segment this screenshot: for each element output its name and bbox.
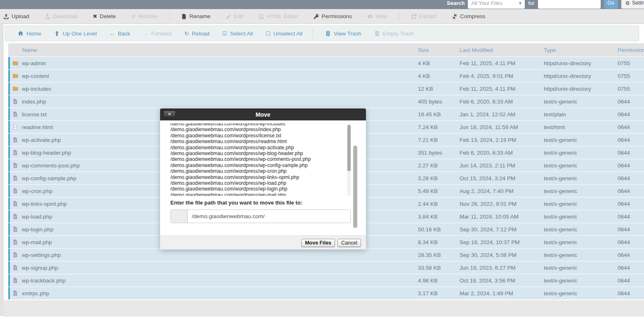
compress-button[interactable]: Compress <box>452 13 486 19</box>
item-label: Forward <box>151 31 172 37</box>
file-perms-cell: 0644 <box>618 188 644 194</box>
column-header-type[interactable]: Type <box>544 47 618 53</box>
move-dialog-body: /demo.giaodienwebmau.com/wordpress/wp-in… <box>160 120 366 235</box>
reload-button[interactable]: ↻Reload <box>184 31 210 37</box>
pencil-icon <box>226 14 231 19</box>
file-modified-cell: Feb 4, 2025, 9:01 PM <box>460 73 544 79</box>
up-one-level-button[interactable]: Up One Level <box>54 31 97 37</box>
file-name-cell: wp-signup.php <box>10 265 418 271</box>
file-perms-cell: 0644 <box>618 162 644 169</box>
settings-button[interactable]: ⚙ Settings <box>621 0 644 9</box>
dialog-path-item: /demo.giaodienwebmau.com/wordpress/wp-in… <box>170 123 345 127</box>
column-header-size[interactable]: Size <box>418 47 460 53</box>
search-for-label: for <box>528 0 534 6</box>
table-row[interactable]: wp-includes12 KBFeb 11, 2025, 4:11 PMhtt… <box>8 82 644 95</box>
file-modified-cell: Feb 11, 2025, 4:11 PM <box>460 60 544 66</box>
file-modified-cell: Jun 14, 2023, 2:11 PM <box>460 162 544 169</box>
close-dialog-button[interactable]: ✕ <box>163 111 176 118</box>
file-size-cell: 7.21 KB <box>418 137 460 143</box>
item-label: Empty Trash <box>383 31 414 37</box>
folder-icon <box>12 86 18 92</box>
action-toolbar: UploadDownload✖Delete↺RestoreRenameEditH… <box>0 9 644 24</box>
move-files-button[interactable]: Move Files <box>301 239 335 247</box>
file-type-cell: text/x-generic <box>544 175 618 181</box>
upload-button[interactable]: Upload <box>3 13 29 19</box>
move-dialog: ✕ Move /demo.giaodienwebmau.com/wordpres… <box>160 108 366 249</box>
file-modified-cell: Feb 6, 2020, 6:33 AM <box>460 99 544 105</box>
destination-path-input[interactable] <box>188 210 350 223</box>
column-header-permissions[interactable]: Permissions <box>618 47 644 53</box>
close-icon: ✕ <box>168 112 171 116</box>
search-input[interactable] <box>538 0 601 9</box>
table-footer-area <box>4 300 644 317</box>
file-doc-icon <box>12 226 18 232</box>
file-name-cell: wp-settings.php <box>10 252 418 258</box>
file-doc-icon <box>12 201 18 207</box>
table-row[interactable]: wp-admin4 KBFeb 11, 2025, 4:11 PMhttpd/u… <box>8 57 644 69</box>
search-go-button[interactable]: Go <box>604 0 618 9</box>
item-label: Rename <box>189 13 210 19</box>
html-file-icon <box>12 124 18 130</box>
file-type-cell: text/x-generic <box>544 252 618 258</box>
destination-input-group <box>170 209 351 223</box>
delete-icon: ✖ <box>93 14 97 19</box>
file-modified-cell: Sep 18, 2024, 10:37 PM <box>460 239 544 245</box>
list-scrollbar-thumb[interactable] <box>347 125 351 171</box>
view-trash-button[interactable]: View Trash <box>325 31 361 37</box>
table-row[interactable]: xmlrpc.php3.17 KBMar 2, 2024, 1:49 PMtex… <box>8 287 644 299</box>
table-row[interactable]: wp-content4 KBFeb 4, 2025, 9:01 PMhttpd/… <box>8 70 644 82</box>
cancel-button[interactable]: Cancel <box>337 239 361 247</box>
table-row[interactable]: index.php405 bytesFeb 6, 2020, 6:33 AMte… <box>8 95 644 108</box>
table-row[interactable]: wp-signup.php33.58 KBJun 19, 2023, 6:27 … <box>8 261 644 274</box>
dialog-scrollbar-thumb[interactable] <box>353 146 357 228</box>
file-doc-icon <box>12 162 18 168</box>
extract-icon <box>411 14 417 19</box>
folder-icon <box>12 60 18 66</box>
file-type-cell: text/x-generic <box>544 239 618 245</box>
delete-button[interactable]: ✖Delete <box>93 13 116 19</box>
item-label: Edit <box>234 13 243 19</box>
permissions-button[interactable]: Permissions <box>314 13 352 19</box>
restore-icon: ↺ <box>131 14 136 19</box>
file-name-cell: index.php <box>10 99 418 105</box>
table-row[interactable]: wp-settings.php28.35 KBSep 30, 2024, 5:0… <box>8 249 644 261</box>
file-icon <box>181 14 187 19</box>
unselect-all-button[interactable]: ☐Unselect All <box>266 31 302 37</box>
item-label: Up One Level <box>63 31 97 37</box>
file-modified-cell: Feb 11, 2025, 4:11 PM <box>460 86 544 92</box>
dialog-path-item: /demo.giaodienwebmau.com/wordpress/wp-co… <box>170 162 345 168</box>
item-label: Back <box>118 31 130 37</box>
table-row[interactable]: wp-trackback.php4.98 KBOct 18, 2024, 3:5… <box>8 274 644 287</box>
file-type-cell: text/x-generic <box>544 265 618 271</box>
file-size-cell: 3.17 KB <box>418 290 460 296</box>
file-type-cell: text/x-generic <box>544 214 618 220</box>
edit-button: Edit <box>226 13 243 19</box>
up-arrow-icon <box>54 31 60 36</box>
back-button[interactable]: ←Back <box>110 31 130 37</box>
upload-icon <box>3 14 9 19</box>
reload-icon: ↻ <box>184 31 189 36</box>
search-scope-select[interactable]: All Your Files ▾ <box>468 0 525 9</box>
home-path-addon[interactable] <box>171 210 188 223</box>
html-editor-icon <box>259 14 264 19</box>
file-size-cell: 28.35 KB <box>418 252 460 258</box>
home-button[interactable]: Home <box>18 31 41 37</box>
search-label: Search <box>447 0 465 6</box>
file-size-cell: 7.24 KB <box>418 124 460 130</box>
file-size-cell: 19.45 KB <box>418 111 460 118</box>
select-all-button[interactable]: ☑Select All <box>222 31 253 37</box>
file-perms-cell: 0644 <box>618 150 644 156</box>
file-name: index.php <box>22 99 46 105</box>
file-size-cell: 351 bytes <box>418 150 460 156</box>
file-modified-cell: Feb 6, 2020, 6:33 AM <box>460 150 544 156</box>
file-size-cell: 3.26 KB <box>418 175 460 181</box>
file-type-cell: httpd/unix-directory <box>544 60 618 66</box>
item-label: Upload <box>12 13 29 19</box>
file-name: wp-settings.php <box>22 252 61 258</box>
file-doc-icon <box>12 214 18 219</box>
column-header-last-modified[interactable]: Last Modified <box>460 47 544 53</box>
rename-button[interactable]: Rename <box>181 13 210 19</box>
column-header-name[interactable]: Name <box>8 47 418 53</box>
file-type-cell: text/x-generic <box>544 278 618 284</box>
file-name-cell: wp-admin <box>10 60 418 66</box>
